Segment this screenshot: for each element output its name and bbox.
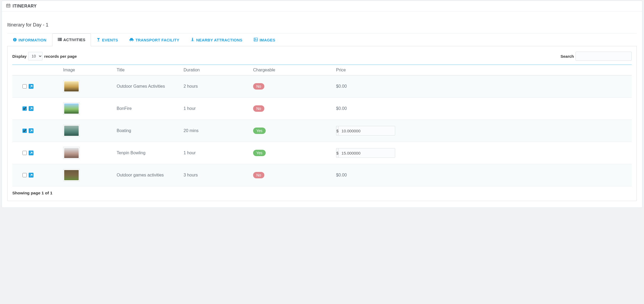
row-checkbox[interactable] — [22, 106, 27, 111]
tab-label: EVENTS — [102, 38, 118, 42]
tab-information[interactable]: INFORMATION — [7, 33, 52, 46]
svg-rect-16 — [59, 39, 62, 40]
external-link-icon[interactable] — [29, 106, 33, 111]
page-subtitle: Itinerary for Day - 1 — [7, 20, 637, 33]
row-checkbox[interactable] — [22, 173, 27, 177]
row-duration: 1 hour — [184, 142, 253, 164]
svg-rect-17 — [58, 40, 59, 41]
table-row: Outdoor games activities3 hoursNo$0.00 — [12, 164, 632, 186]
row-checkbox[interactable] — [22, 129, 27, 133]
svg-rect-4 — [7, 5, 7, 6]
col-select — [12, 65, 63, 75]
list-icon — [58, 37, 62, 42]
external-link-icon[interactable] — [29, 128, 33, 133]
price-input[interactable] — [338, 148, 395, 158]
row-duration: 2 hours — [184, 75, 253, 98]
svg-rect-11 — [15, 39, 15, 41]
tab-events[interactable]: EVENTS — [91, 33, 124, 46]
itinerary-panel: ITINERARY Itinerary for Day - 1 INFORMAT… — [2, 1, 642, 208]
tab-transport-facility[interactable]: TRANSPORT FACILITY — [124, 33, 185, 46]
row-title: Tenpin Bowling — [117, 142, 184, 164]
tab-label: INFORMATION — [18, 38, 47, 42]
col-chargeable: Chargeable — [253, 65, 336, 75]
image-icon — [254, 38, 258, 42]
row-duration: 3 hours — [184, 164, 253, 186]
row-title: BonFire — [117, 98, 184, 120]
svg-rect-6 — [9, 5, 10, 6]
row-thumbnail[interactable] — [63, 102, 80, 115]
svg-point-27 — [255, 39, 256, 40]
svg-rect-19 — [98, 40, 99, 41]
tabs: INFORMATION ACTIVITIES EVENTS TRANSPORT … — [7, 33, 637, 46]
car-icon — [129, 38, 134, 42]
row-duration: 20 mins — [184, 120, 253, 142]
row-price: $ — [336, 142, 632, 164]
row-title: Boating — [117, 120, 184, 142]
svg-rect-5 — [8, 5, 9, 6]
svg-line-24 — [191, 41, 192, 41]
glass-icon — [97, 38, 100, 43]
svg-line-25 — [193, 41, 194, 41]
tab-label: ACTIVITIES — [63, 38, 86, 42]
display-label-pre: Display — [12, 54, 26, 59]
col-price: Price — [336, 65, 632, 75]
svg-rect-18 — [59, 40, 62, 41]
table-row: Tenpin Bowling1 hourYes$ — [12, 142, 632, 164]
col-duration: Duration — [184, 65, 253, 75]
search-input[interactable] — [576, 52, 632, 61]
row-duration: 1 hour — [184, 98, 253, 120]
search-label: Search — [561, 54, 574, 59]
price-input[interactable] — [338, 126, 395, 136]
external-link-icon[interactable] — [29, 151, 33, 155]
col-title: Title — [117, 65, 184, 75]
row-checkbox[interactable] — [22, 84, 27, 88]
external-link-icon[interactable] — [29, 173, 33, 178]
row-thumbnail[interactable] — [63, 80, 80, 93]
tab-label: TRANSPORT FACILITY — [135, 38, 179, 42]
tab-label: NEARBY ATTRACTIONS — [196, 38, 242, 42]
chargeable-badge: Yes — [253, 150, 266, 156]
calendar-icon — [6, 3, 10, 9]
chargeable-badge: Yes — [253, 128, 266, 134]
svg-rect-20 — [98, 41, 100, 41]
col-image: Image — [63, 65, 117, 75]
tab-content-activities: Display 10 records per page Search Image — [7, 46, 637, 201]
svg-rect-7 — [7, 6, 7, 7]
tab-images[interactable]: IMAGES — [248, 33, 281, 46]
chargeable-badge: No — [253, 172, 264, 178]
row-thumbnail[interactable] — [63, 147, 80, 159]
street-view-icon — [190, 37, 195, 43]
row-title: Outdoor games activities — [117, 164, 184, 186]
tab-nearby-attractions[interactable]: NEARBY ATTRACTIONS — [185, 33, 248, 46]
display-label-post: records per page — [44, 54, 77, 59]
external-link-icon[interactable] — [29, 84, 33, 89]
row-price: $0.00 — [336, 164, 632, 186]
table-row: Boating20 minsYes$ — [12, 120, 632, 142]
svg-rect-15 — [58, 39, 59, 40]
tab-label: IMAGES — [260, 38, 275, 42]
row-checkbox[interactable] — [22, 151, 27, 155]
chargeable-badge: No — [253, 105, 264, 112]
panel-title: ITINERARY — [13, 4, 37, 9]
row-price: $ — [336, 120, 632, 142]
row-title: Outdoor Games Activities — [117, 75, 184, 98]
activities-table: Image Title Duration Chargeable Price Ou… — [12, 64, 632, 186]
info-icon — [13, 38, 17, 43]
currency-addon: $ — [336, 148, 338, 158]
svg-rect-13 — [58, 38, 59, 39]
panel-header: ITINERARY — [2, 1, 642, 11]
row-thumbnail[interactable] — [63, 125, 80, 137]
records-per-page-select[interactable]: 10 — [28, 52, 43, 60]
currency-addon: $ — [336, 126, 338, 136]
table-row: Outdoor Games Activities2 hoursNo$0.00 — [12, 75, 632, 98]
row-thumbnail[interactable] — [63, 169, 80, 181]
table-row: BonFire1 hourNo$0.00 — [12, 98, 632, 120]
svg-rect-9 — [9, 6, 10, 7]
tab-activities[interactable]: ACTIVITIES — [52, 33, 91, 46]
svg-rect-14 — [59, 38, 62, 39]
svg-point-23 — [192, 38, 193, 39]
svg-rect-8 — [8, 6, 9, 7]
svg-point-22 — [132, 40, 133, 41]
row-price: $0.00 — [336, 98, 632, 120]
svg-point-21 — [130, 40, 131, 41]
